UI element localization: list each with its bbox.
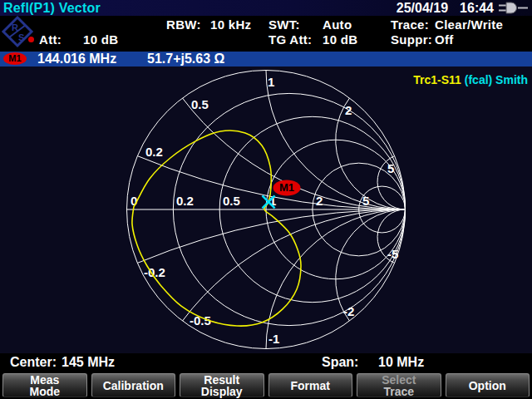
svg-text:S: S — [18, 32, 24, 42]
datetime: 25/04/19 16:44 — [397, 1, 494, 16]
trace-legend-name: Trc1-S11 — [413, 73, 461, 86]
suppr-value: Off — [435, 32, 454, 47]
marker-frequency: 144.016 MHz — [37, 52, 116, 66]
softkey-format[interactable]: Format — [268, 373, 353, 397]
swt-label: SWT: — [268, 17, 300, 32]
rbw-value: 10 kHz — [210, 17, 251, 32]
rbw-label: RBW: — [166, 17, 201, 32]
tg-att-label: TG Att: — [268, 32, 312, 47]
span-value: 10 MHz — [378, 355, 424, 370]
smith-chart-background — [0, 66, 532, 353]
ac-power-icon — [498, 2, 530, 14]
suppr-label: Suppr: — [391, 32, 432, 47]
marker-m1-badge: M1 — [3, 52, 27, 65]
trace-legend-suffix: (fcal) Smith — [461, 73, 528, 86]
trace-mode-value: Clear/Write — [435, 17, 503, 32]
softkey-bar: MeasMode Calibration ResultDisplay Forma… — [0, 371, 532, 399]
rohde-schwarz-logo: R S — [1, 15, 34, 48]
softkey-result-display[interactable]: ResultDisplay — [180, 373, 264, 397]
swt-value: Auto — [323, 17, 352, 32]
time-text: 16:44 — [460, 1, 494, 16]
center-freq-value: 145 MHz — [62, 355, 115, 370]
trace-mode-label: Trace: — [391, 17, 429, 32]
softkey-select-trace[interactable]: SelectTrace — [357, 373, 441, 397]
tg-att-value: 10 dB — [323, 32, 357, 47]
marker-impedance: 51.7+j5.63 Ω — [147, 52, 224, 66]
softkey-option[interactable]: Option — [446, 373, 530, 397]
span-label: Span: — [322, 355, 358, 370]
trace-legend: Trc1-S11 (fcal) Smith — [413, 73, 528, 86]
softkey-meas-mode[interactable]: MeasMode — [2, 373, 87, 397]
date-text: 25/04/19 — [397, 1, 448, 16]
title-bar: Refl(P1) Vector 25/04/19 16:44 — [0, 0, 532, 16]
center-freq-label: Center: — [10, 355, 57, 370]
freq-readout-row: Center: 145 MHz Span: 10 MHz — [0, 355, 532, 370]
softkey-calibration[interactable]: Calibration — [91, 373, 176, 397]
att-indicator-dot — [28, 37, 34, 42]
att-value: 10 dB — [83, 32, 118, 47]
page-title: Refl(P1) Vector — [3, 1, 101, 16]
svg-text:R: R — [12, 22, 18, 32]
marker-readout-bar: M1 144.016 MHz 51.7+j5.63 Ω — [0, 52, 532, 66]
att-label: Att: — [39, 32, 62, 47]
analyzer-screen: Refl(P1) Vector 25/04/19 16:44 R S RBW: … — [0, 0, 532, 399]
